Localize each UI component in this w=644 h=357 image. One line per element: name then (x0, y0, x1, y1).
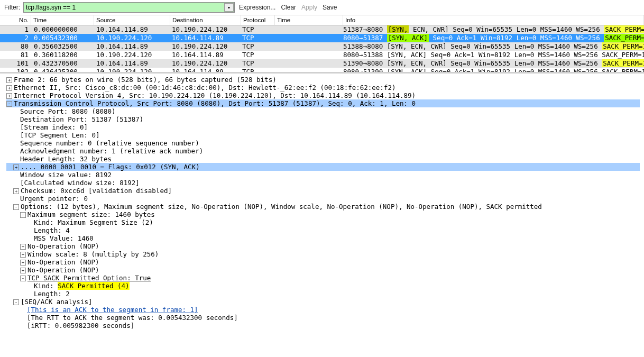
opt-mss: Maximum segment size: 1460 bytes (27, 210, 155, 218)
opt-sack-kind: SACK Permitted (4) (58, 282, 129, 290)
cell-proto: TCP (240, 42, 273, 51)
cell-source: 10.190.224.120 (94, 68, 170, 72)
ethernet-summary: Ethernet II, Src: Cisco_c8:dc:00 (00:1d:… (14, 84, 395, 91)
col-header-time2[interactable]: Time (275, 15, 343, 25)
cell-info: 8080→51387 [SYN, ACK] Seq=0 Ack=1 Win=81… (341, 34, 644, 42)
opt-mss-len: Length: 4 (34, 226, 70, 234)
collapse-icon[interactable]: - (20, 212, 26, 218)
cell-no: 1 (0, 25, 32, 34)
col-header-source[interactable]: Source (94, 15, 170, 25)
opt-sack-len: Length: 2 (34, 290, 70, 298)
tcp-seqnum: Sequence number: 0 (relative sequence nu… (20, 139, 199, 147)
expand-icon[interactable]: + (6, 93, 12, 99)
ip-summary: Internet Protocol Version 4, Src: 10.190… (14, 91, 416, 99)
cell-no: 101 (0, 59, 32, 68)
cell-source: 10.164.114.89 (94, 25, 170, 34)
collapse-icon[interactable]: - (13, 204, 19, 210)
cell-time2 (273, 51, 341, 59)
clear-button[interactable]: Clear (280, 4, 297, 11)
cell-info: 8080→51390 [SYN, ACK] Seq=0 Ack=1 Win=81… (341, 68, 644, 72)
col-header-proto[interactable]: Protocol (241, 15, 275, 25)
cell-proto: TCP (240, 51, 273, 59)
expand-icon[interactable]: + (20, 268, 26, 273)
cell-source: 10.164.114.89 (94, 42, 170, 51)
filter-dropdown-button[interactable]: ▾ (224, 3, 234, 12)
cell-proto: TCP (240, 68, 273, 72)
cell-dest: 10.190.224.120 (170, 25, 240, 34)
tcp-stream: [Stream index: 0] (20, 123, 88, 131)
cell-proto: TCP (240, 59, 273, 68)
expand-icon[interactable]: + (6, 85, 12, 91)
expression-button[interactable]: Expression... (238, 4, 277, 11)
expand-icon[interactable]: + (20, 244, 26, 250)
col-header-no[interactable]: No. (0, 15, 31, 25)
chevron-down-icon: ▾ (228, 5, 230, 10)
tcp-options: Options: (12 bytes), Maximum segment siz… (21, 203, 542, 210)
collapse-icon[interactable]: - (6, 101, 12, 107)
packet-row[interactable]: 810.36011820010.190.224.12010.164.114.89… (0, 51, 644, 59)
cell-source: 10.190.224.120 (94, 51, 170, 59)
opt-sackperm: TCP SACK Permitted Option: True (27, 274, 151, 282)
frame-summary: Frame 2: 66 bytes on wire (528 bits), 66… (14, 76, 277, 84)
expand-icon[interactable]: + (20, 260, 26, 266)
ack-link[interactable]: [This is an ACK to the segment in frame:… (27, 306, 198, 314)
expand-icon[interactable]: + (13, 188, 19, 194)
expand-icon[interactable]: + (6, 77, 12, 83)
filter-input-wrap: ▾ (23, 2, 235, 13)
cell-time2 (273, 34, 341, 42)
cell-info: 51387→8080 [SYN, ECN, CWR] Seq=0 Win=655… (341, 25, 644, 34)
packet-row[interactable]: 1010.43237050010.164.114.8910.190.224.12… (0, 59, 644, 68)
expand-icon[interactable]: + (20, 252, 26, 258)
cell-time2 (273, 42, 341, 51)
col-header-time[interactable]: Time (31, 15, 94, 25)
cell-proto: TCP (240, 25, 273, 34)
tcp-dstport: Destination Port: 51387 (51387) (20, 115, 143, 123)
cell-no: 81 (0, 51, 32, 59)
opt-mss-kind: Kind: Maximum Segment Size (2) (34, 218, 153, 226)
cell-source: 10.164.114.89 (94, 59, 170, 68)
cell-dest: 10.164.114.89 (170, 68, 240, 72)
opt-nop: No-Operation (NOP) (27, 258, 99, 266)
cell-dest: 10.164.114.89 (170, 34, 240, 42)
cell-time2 (273, 25, 341, 34)
packet-details[interactable]: +Frame 2: 66 bytes on wire (528 bits), 6… (0, 74, 644, 340)
col-header-info[interactable]: Info (343, 15, 644, 25)
cell-time: 0.000000000 (32, 25, 94, 34)
tcp-calcwin: [Calculated window size: 8192] (20, 179, 140, 187)
cell-dest: 10.190.224.120 (170, 42, 240, 51)
cell-time: 0.005432300 (32, 34, 94, 42)
packet-list-header: No. Time Source Destination Protocol Tim… (0, 15, 644, 25)
collapse-icon[interactable]: - (13, 299, 19, 305)
opt-nop: No-Operation (NOP) (27, 266, 99, 274)
cell-no: 80 (0, 42, 32, 51)
seqack-analysis: [SEQ/ACK analysis] (21, 298, 92, 306)
col-header-dest[interactable]: Destination (170, 15, 241, 25)
tcp-srcport: Source Port: 8080 (8080) (20, 107, 116, 115)
tcp-acknum: Acknowledgment number: 1 (relative ack n… (20, 147, 203, 155)
rtt-value: [The RTT to ACK the segment was: 0.00543… (27, 314, 238, 322)
opt-nop: No-Operation (NOP) (27, 242, 99, 250)
tcp-urgent: Urgent pointer: 0 (20, 195, 88, 203)
cell-info: 51390→8080 [SYN, ECN, CWR] Seq=0 Win=655… (341, 59, 644, 68)
filter-label: Filter: (4, 4, 20, 11)
packet-row[interactable]: 800.35603250010.164.114.8910.190.224.120… (0, 42, 644, 51)
cell-dest: 10.190.224.120 (170, 59, 240, 68)
packet-row[interactable]: 20.00543230010.190.224.12010.164.114.89T… (0, 34, 644, 42)
cell-source: 10.190.224.120 (94, 34, 170, 42)
filter-input[interactable] (23, 2, 235, 13)
tcp-flags: .... 0000 0001 0010 = Flags: 0x012 (SYN,… (21, 163, 200, 171)
save-button[interactable]: Save (321, 4, 338, 11)
cell-info: 51388→8080 [SYN, ECN, CWR] Seq=0 Win=655… (341, 42, 644, 51)
packet-row[interactable]: 1020.43642530010.190.224.12010.164.114.8… (0, 68, 644, 72)
tcp-summary: Transmission Control Protocol, Src Port:… (14, 99, 416, 107)
tcp-hdrlen: Header Length: 32 bytes (20, 155, 112, 163)
cell-no: 102 (0, 68, 32, 72)
opt-wscale: Window scale: 8 (multiply by 256) (27, 250, 159, 258)
apply-button[interactable]: Apply (300, 4, 318, 11)
packet-row[interactable]: 10.00000000010.164.114.8910.190.224.120T… (0, 25, 644, 34)
collapse-icon[interactable]: - (20, 276, 26, 281)
packet-list: No. Time Source Destination Protocol Tim… (0, 15, 644, 74)
cell-no: 2 (0, 34, 32, 42)
expand-icon[interactable]: + (13, 164, 19, 170)
tcp-winval: Window size value: 8192 (20, 171, 112, 179)
